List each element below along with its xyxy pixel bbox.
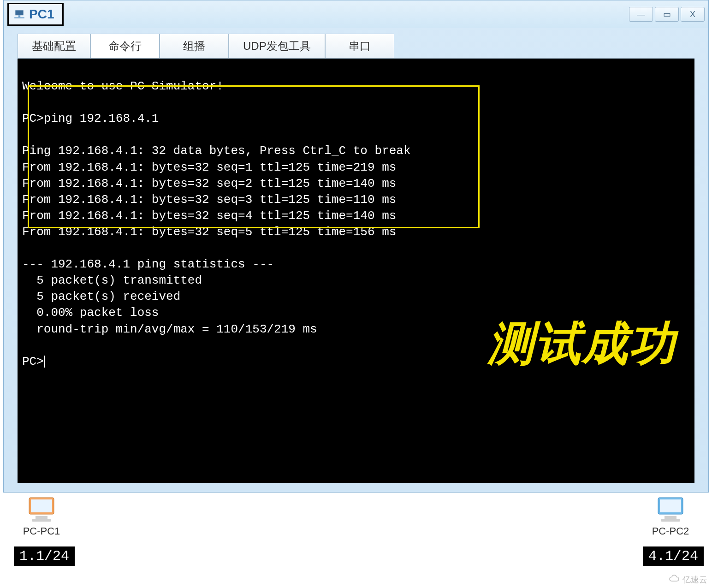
terminal-line: From 192.168.4.1: bytes=32 seq=3 ttl=125…: [22, 193, 396, 207]
window-title: PC1: [29, 7, 54, 22]
minimize-button[interactable]: —: [629, 7, 653, 22]
node-label: PC-PC2: [643, 525, 698, 537]
svg-rect-5: [660, 499, 681, 512]
terminal-line: From 192.168.4.1: bytes=32 seq=5 ttl=125…: [22, 225, 396, 239]
ip-badge: 1.1/24: [14, 546, 75, 566]
tab-udp-tool[interactable]: UDP发包工具: [229, 34, 325, 58]
tab-basic-config[interactable]: 基础配置: [18, 34, 90, 58]
cloud-icon: [669, 575, 681, 585]
terminal-cursor: [44, 356, 45, 368]
terminal-line: 5 packet(s) transmitted: [22, 273, 202, 287]
pc-simulator-window: PC1 — ▭ X 基础配置 命令行 组播 UDP发包工具 串口 Welcome…: [3, 0, 709, 493]
terminal-line: 5 packet(s) received: [22, 290, 180, 303]
terminal-line: From 192.168.4.1: bytes=32 seq=4 ttl=125…: [22, 209, 396, 223]
window-controls: — ▭ X: [629, 7, 705, 22]
terminal-line: 0.00% packet loss: [22, 306, 159, 320]
terminal-line: From 192.168.4.1: bytes=32 seq=1 ttl=125…: [22, 160, 396, 174]
titlebar: PC1 — ▭ X: [4, 0, 708, 28]
terminal-line: From 192.168.4.1: bytes=32 seq=2 ttl=125…: [22, 177, 396, 190]
node-label: PC-PC1: [14, 525, 69, 537]
tab-serial[interactable]: 串口: [325, 34, 394, 58]
terminal-prompt: PC>: [22, 355, 44, 368]
terminal-line: round-trip min/avg/max = 110/153/219 ms: [22, 322, 317, 336]
svg-rect-1: [31, 499, 52, 512]
svg-rect-3: [32, 519, 51, 522]
tab-bar: 基础配置 命令行 组播 UDP发包工具 串口: [4, 28, 708, 58]
node-pc2[interactable]: PC-PC2 4.1/24: [643, 496, 698, 566]
maximize-button[interactable]: ▭: [655, 7, 679, 22]
node-pc1[interactable]: PC-PC1 1.1/24: [14, 496, 69, 566]
watermark-text: 亿速云: [682, 574, 707, 585]
ip-badge: 4.1/24: [643, 546, 704, 566]
close-button[interactable]: X: [681, 7, 705, 22]
terminal[interactable]: Welcome to use PC Simulator! PC>ping 192…: [18, 59, 694, 483]
tab-command-line[interactable]: 命令行: [90, 34, 160, 58]
terminal-line: Welcome to use PC Simulator!: [22, 79, 224, 93]
svg-rect-7: [661, 519, 680, 522]
topology-area: PC-PC1 1.1/24 PC-PC2 4.1/24: [0, 496, 712, 566]
success-annotation: 测试成功: [488, 312, 676, 374]
svg-rect-2: [36, 516, 47, 519]
terminal-container: Welcome to use PC Simulator! PC>ping 192…: [18, 58, 694, 483]
computer-icon: [654, 496, 687, 523]
terminal-line: Ping 192.168.4.1: 32 data bytes, Press C…: [22, 144, 411, 158]
svg-rect-6: [665, 516, 676, 519]
terminal-line: --- 192.168.4.1 ping statistics ---: [22, 257, 274, 271]
watermark: 亿速云: [669, 574, 707, 585]
computer-icon: [25, 496, 58, 523]
terminal-line: PC>ping 192.168.4.1: [22, 112, 159, 125]
tab-multicast[interactable]: 组播: [160, 34, 229, 58]
window-tab-pc1[interactable]: PC1: [7, 3, 64, 26]
pc-icon: [13, 8, 25, 20]
